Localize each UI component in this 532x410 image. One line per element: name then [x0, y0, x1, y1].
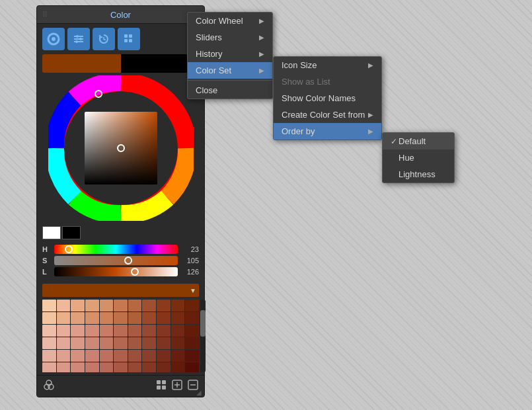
- menu-item-color-wheel[interactable]: Color Wheel ▶: [188, 13, 272, 29]
- color-swatch-17[interactable]: [128, 312, 142, 324]
- resize-handle[interactable]: ◢: [196, 389, 203, 395]
- color-swatch-50[interactable]: [128, 350, 142, 362]
- color-swatch-57[interactable]: [71, 362, 85, 372]
- color-swatch-46[interactable]: [71, 350, 85, 362]
- color-swatch-32[interactable]: [185, 325, 199, 337]
- color-wheel-container[interactable]: [48, 75, 194, 221]
- color-swatch-43[interactable]: [185, 337, 199, 349]
- white-swatch[interactable]: [42, 226, 61, 239]
- color-swatch-23[interactable]: [57, 325, 71, 337]
- color-swatch-44[interactable]: [42, 350, 56, 362]
- menu-item-sliders[interactable]: Sliders ▶: [188, 29, 272, 46]
- color-swatch-49[interactable]: [114, 350, 128, 362]
- black-swatch[interactable]: [62, 226, 81, 239]
- menu-item-order-default[interactable]: ✓ Default: [383, 133, 454, 149]
- color-swatch-11[interactable]: [42, 312, 56, 324]
- color-swatch-42[interactable]: [171, 337, 185, 349]
- color-swatch-63[interactable]: [157, 362, 171, 372]
- color-swatch-4[interactable]: [100, 300, 114, 311]
- lightness-thumb[interactable]: [131, 268, 139, 276]
- color-swatch-16[interactable]: [114, 312, 128, 324]
- color-swatch-8[interactable]: [157, 300, 171, 311]
- color-swatch-18[interactable]: [142, 312, 156, 324]
- color-swatch-13[interactable]: [71, 312, 85, 324]
- grid-view-btn[interactable]: [155, 379, 167, 393]
- color-swatch-3[interactable]: [85, 300, 99, 311]
- color-swatch-12[interactable]: [57, 312, 71, 324]
- color-swatch-30[interactable]: [157, 325, 171, 337]
- menu-item-show-color-names[interactable]: Show Color Names: [274, 90, 381, 106]
- color-wheel-tool-btn[interactable]: [42, 28, 65, 50]
- color-swatch-55[interactable]: [42, 362, 56, 372]
- menu-item-create-color-set[interactable]: Create Color Set from ▶: [274, 106, 381, 123]
- color-swatch-21[interactable]: [185, 312, 199, 324]
- saturation-thumb[interactable]: [124, 257, 132, 265]
- lightness-slider[interactable]: [54, 267, 178, 276]
- history-tool-btn[interactable]: [93, 28, 115, 50]
- color-swatch-54[interactable]: [185, 350, 199, 362]
- color-swatch-22[interactable]: [42, 325, 56, 337]
- hue-thumb[interactable]: [65, 245, 73, 253]
- sliders-tool-btn[interactable]: [67, 28, 90, 50]
- color-swatch-7[interactable]: [142, 300, 156, 311]
- hue-slider[interactable]: [54, 245, 178, 254]
- color-swatch-64[interactable]: [171, 362, 185, 372]
- color-swatch-25[interactable]: [85, 325, 99, 337]
- menu-item-close[interactable]: Close: [188, 82, 272, 99]
- color-swatch-5[interactable]: [114, 300, 128, 311]
- color-set-dropdown-arrow[interactable]: ▼: [190, 287, 196, 294]
- color-swatch-20[interactable]: [171, 312, 185, 324]
- color-swatch-58[interactable]: [85, 362, 99, 372]
- color-swatch-40[interactable]: [142, 337, 156, 349]
- color-swatch-1[interactable]: [57, 300, 71, 311]
- color-swatch-56[interactable]: [57, 362, 71, 372]
- color-swatch-41[interactable]: [157, 337, 171, 349]
- color-swatch-37[interactable]: [100, 337, 114, 349]
- menu-item-color-set[interactable]: Color Set ▶: [188, 62, 272, 79]
- color-swatch-65[interactable]: [185, 362, 199, 372]
- menu-item-order-by[interactable]: Order by ▶: [274, 123, 381, 140]
- menu-item-history[interactable]: History ▶: [188, 46, 272, 62]
- color-swatch-45[interactable]: [57, 350, 71, 362]
- color-swatch-47[interactable]: [85, 350, 99, 362]
- color-square-picker[interactable]: [85, 112, 157, 184]
- color-swatch-26[interactable]: [100, 325, 114, 337]
- color-swatch-14[interactable]: [85, 312, 99, 324]
- color-swatch-38[interactable]: [114, 337, 128, 349]
- color-swatch-31[interactable]: [171, 325, 185, 337]
- mixer-icon-btn[interactable]: [42, 378, 56, 394]
- color-swatch-48[interactable]: [100, 350, 114, 362]
- color-swatch-10[interactable]: [185, 300, 199, 311]
- color-swatch-19[interactable]: [157, 312, 171, 324]
- swatches-scrollbar-thumb[interactable]: [200, 310, 206, 337]
- color-swatch-60[interactable]: [114, 362, 128, 372]
- color-square-indicator[interactable]: [117, 144, 125, 152]
- color-swatch-53[interactable]: [171, 350, 185, 362]
- color-swatch-39[interactable]: [128, 337, 142, 349]
- color-swatch-2[interactable]: [71, 300, 85, 311]
- color-swatch-59[interactable]: [100, 362, 114, 372]
- color-swatch-15[interactable]: [100, 312, 114, 324]
- color-swatch-27[interactable]: [114, 325, 128, 337]
- color-swatch-51[interactable]: [142, 350, 156, 362]
- color-swatch-36[interactable]: [85, 337, 99, 349]
- saturation-slider[interactable]: [54, 256, 178, 265]
- color-swatch-0[interactable]: [42, 300, 56, 311]
- color-swatch-33[interactable]: [42, 337, 56, 349]
- menu-item-icon-size[interactable]: Icon Size ▶: [274, 57, 381, 73]
- swatches-scrollbar[interactable]: [200, 300, 206, 372]
- color-swatch-35[interactable]: [71, 337, 85, 349]
- wheel-hue-indicator[interactable]: [95, 90, 102, 98]
- color-swatch-52[interactable]: [157, 350, 171, 362]
- color-swatch-62[interactable]: [142, 362, 156, 372]
- menu-item-order-lightness[interactable]: ✓ Lightness: [383, 166, 454, 183]
- color-swatch-29[interactable]: [142, 325, 156, 337]
- color-swatch-6[interactable]: [128, 300, 142, 311]
- color-swatch-34[interactable]: [57, 337, 71, 349]
- current-color-bar[interactable]: ▼: [42, 284, 199, 297]
- color-swatch-28[interactable]: [128, 325, 142, 337]
- add-color-btn[interactable]: [171, 379, 183, 393]
- color-swatch-9[interactable]: [171, 300, 185, 311]
- menu-item-order-hue[interactable]: ✓ Hue: [383, 149, 454, 166]
- color-set-tool-btn[interactable]: [118, 28, 140, 50]
